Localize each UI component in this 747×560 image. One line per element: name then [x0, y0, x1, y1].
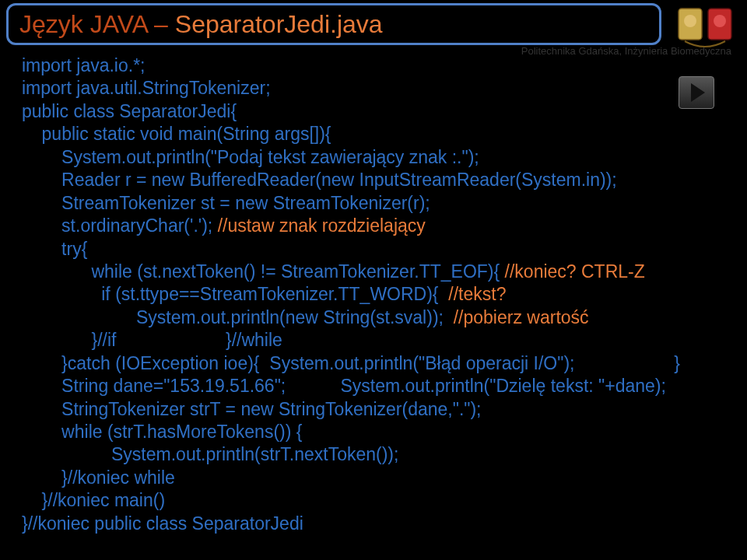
code-line: }//koniec public class SeparatorJedi	[22, 513, 725, 535]
code-line: System.out.println(new String(st.sval));…	[22, 306, 725, 329]
svg-point-3	[714, 15, 726, 27]
code-line: Reader r = new BufferedReader(new InputS…	[22, 169, 725, 191]
code-line: }//if }//while	[22, 329, 725, 352]
code-line: System.out.println("Podaj tekst zawieraj…	[22, 146, 725, 169]
code-line: System.out.println(strT.nextToken());	[22, 443, 725, 466]
title-bar: Język JAVA – SeparatorJedi.java	[6, 3, 661, 45]
slide-title: Język JAVA – SeparatorJedi.java	[19, 10, 383, 39]
university-logo	[674, 6, 736, 51]
code-line: }catch (IOException ioe){ System.out.pri…	[22, 352, 725, 375]
code-line: }//koniec main()	[22, 489, 725, 512]
code-line: public static void main(String args[]){	[22, 123, 725, 145]
code-line: while (strT.hasMoreTokens()) {	[22, 421, 725, 443]
svg-point-2	[684, 15, 696, 27]
slide: Język JAVA – SeparatorJedi.java Politech…	[0, 0, 747, 560]
code-line: try{	[22, 238, 725, 261]
code-line: String dane="153.19.51.66"; System.out.p…	[22, 375, 725, 397]
code-line: import java.io.*;	[22, 54, 725, 77]
code-line: StreamTokenizer st = new StreamTokenizer…	[22, 192, 725, 215]
code-line: st.ordinaryChar('.'); //ustaw znak rozdz…	[22, 215, 725, 237]
title-part1: Język JAVA –	[19, 10, 175, 38]
code-block: import java.io.*; import java.util.Strin…	[22, 54, 725, 535]
code-line: StringTokenizer strT = new StringTokeniz…	[22, 398, 725, 421]
code-line: public class SeparatorJedi{	[22, 100, 725, 123]
title-part2: SeparatorJedi.java	[175, 10, 383, 38]
code-line: }//koniec while	[22, 467, 725, 489]
code-line: while (st.nextToken() != StreamTokenizer…	[22, 261, 725, 283]
code-line: if (st.ttype==StreamTokenizer.TT_WORD){ …	[22, 283, 725, 306]
code-line: import java.util.StringTokenizer;	[22, 77, 725, 100]
